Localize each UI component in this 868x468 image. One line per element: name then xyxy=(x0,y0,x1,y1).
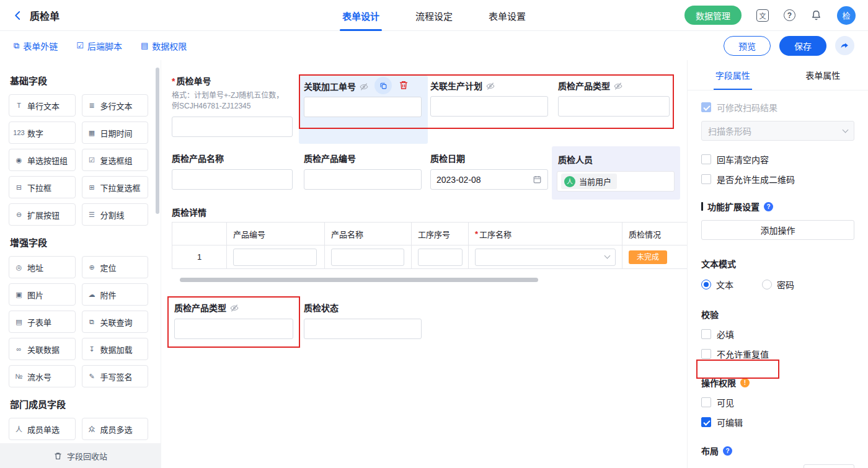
properties-panel: 字段属性 表单属性 可修改扫码结果 扫描条形码 回车清空内容 是 xyxy=(687,60,868,468)
text-mode-radio-group: 文本 密码 xyxy=(701,278,854,291)
help-icon[interactable]: ? xyxy=(723,446,732,456)
field-qc-status[interactable]: 质检状态 xyxy=(304,302,422,339)
cell-product-name-input[interactable] xyxy=(331,249,404,266)
table-horizontal-scrollbar[interactable] xyxy=(180,278,538,282)
radio-password-mode[interactable]: 密码 xyxy=(762,278,794,291)
number-icon: 123 xyxy=(12,129,25,136)
share-button[interactable] xyxy=(835,36,854,55)
field-product-type-top[interactable]: 质检产品类型 xyxy=(558,81,670,117)
palette-item-signature[interactable]: ✎手写签名 xyxy=(82,365,149,387)
field-label: 关联生产计划 xyxy=(430,81,548,92)
palette-item-multi-line-text[interactable]: ≣多行文本 xyxy=(82,94,149,117)
process-name-select[interactable] xyxy=(475,249,616,266)
checkbox-no-duplicate[interactable] xyxy=(701,349,711,359)
help-icon[interactable]: ? xyxy=(764,202,773,211)
palette-item-data-load[interactable]: ↧数据加载 xyxy=(82,338,149,360)
backend-script-link[interactable]: ☑ 后端脚本 xyxy=(76,40,122,52)
field-qc-person[interactable]: 质检人员 人 当前用户 xyxy=(552,146,680,200)
field-product-name[interactable]: 质检产品名称 xyxy=(172,153,293,190)
checkbox-editable[interactable] xyxy=(701,417,711,427)
checkbox-allow-qrcode[interactable] xyxy=(701,174,711,184)
palette-item-serial-number[interactable]: №流水号 xyxy=(9,365,76,387)
field-linked-plan[interactable]: 关联生产计划 xyxy=(430,81,548,117)
checkbox-required[interactable] xyxy=(701,329,711,339)
cell-process-order xyxy=(412,245,469,268)
field-qc-date[interactable]: 质检日期 2023-02-08 xyxy=(430,153,548,190)
palette-item-attachment[interactable]: ☁附件 xyxy=(82,283,149,306)
field-linked-work-order[interactable]: 关联加工单号 xyxy=(299,76,428,144)
palette-item-image[interactable]: ▣图片 xyxy=(9,283,76,306)
product-name-input[interactable] xyxy=(172,169,293,190)
tab-form-properties[interactable]: 表单属性 xyxy=(778,60,868,90)
field-qc-number[interactable]: *质检单号 格式：计划单号+-ZJ随机五位数， 例SCJH46781-ZJ123… xyxy=(172,76,293,152)
palette-item-single-line-text[interactable]: T单行文本 xyxy=(9,94,76,117)
palette-scrollbar[interactable] xyxy=(156,68,159,214)
palette-item-checkbox-group[interactable]: ☑复选框组 xyxy=(82,149,149,171)
product-no-input[interactable] xyxy=(304,169,422,190)
palette-item-extend-button[interactable]: ⊖扩展按钮 xyxy=(9,203,76,226)
checkbox-clear-on-enter[interactable] xyxy=(701,154,711,164)
linked-plan-input[interactable] xyxy=(430,96,548,117)
product-type-top-input[interactable] xyxy=(558,96,670,117)
field-label: 质检产品类型 xyxy=(174,302,293,314)
product-type-bottom-input[interactable] xyxy=(174,319,293,339)
qc-person-input[interactable]: 人 当前用户 xyxy=(557,171,675,192)
tab-form-design[interactable]: 表单设计 xyxy=(342,0,379,31)
palette-item-member-multi[interactable]: 众成员多选 xyxy=(82,418,149,440)
checkbox-label: 不允许重复值 xyxy=(717,348,769,360)
copy-icon xyxy=(379,82,388,90)
palette-item-datetime[interactable]: ▦日期时间 xyxy=(82,121,149,144)
copy-field-button[interactable] xyxy=(374,77,392,94)
tab-form-settings[interactable]: 表单设置 xyxy=(489,0,526,31)
help-icon[interactable]: ? xyxy=(784,9,795,21)
palette-item-divider[interactable]: ☰分割线 xyxy=(82,203,149,226)
palette-item-linked-data[interactable]: ∞关联数据 xyxy=(9,338,76,360)
form-external-link[interactable]: ⧉ 表单外链 xyxy=(14,40,58,52)
field-label: 质检产品编号 xyxy=(304,153,422,164)
qc-number-input[interactable] xyxy=(172,117,293,137)
delete-field-button[interactable] xyxy=(398,79,409,91)
page-title: 质检单 xyxy=(30,8,60,23)
add-action-button[interactable]: 添加操作 xyxy=(701,220,854,240)
cell-qc-status: 未完成 xyxy=(622,245,687,268)
field-recycle-bin[interactable]: 字段回收站 xyxy=(0,443,161,468)
linked-work-order-input[interactable] xyxy=(304,97,422,117)
scan-type-select[interactable]: 扫描条形码 xyxy=(701,121,854,141)
palette-item-label: 关联数据 xyxy=(27,343,60,355)
palette-item-linked-query[interactable]: ⧉关联查询 xyxy=(82,311,149,333)
checkbox-visible[interactable] xyxy=(701,397,711,407)
save-button[interactable]: 保存 xyxy=(779,36,826,56)
palette-item-radio-group[interactable]: ◉单选按钮组 xyxy=(9,149,76,171)
palette-item-label: 下拉框 xyxy=(27,182,51,193)
attachment-icon: ☁ xyxy=(86,291,99,299)
section-title-enhanced-fields: 增强字段 xyxy=(10,236,148,249)
qc-date-input[interactable]: 2023-02-08 xyxy=(430,169,548,190)
palette-item-dropdown[interactable]: ⊟下拉框 xyxy=(9,176,76,198)
tab-flow-settings[interactable]: 流程设定 xyxy=(415,0,453,31)
language-icon[interactable]: 文 xyxy=(756,9,769,22)
radio-icon: ◉ xyxy=(12,156,25,164)
field-product-type-bottom[interactable]: 质检产品类型 xyxy=(174,302,293,339)
palette-item-multi-dropdown[interactable]: ⊞下拉复选框 xyxy=(82,176,149,198)
back-button[interactable] xyxy=(12,10,24,21)
field-product-no[interactable]: 质检产品编号 xyxy=(304,153,422,190)
radio-text-mode[interactable]: 文本 xyxy=(701,278,733,291)
calendar-icon[interactable] xyxy=(533,175,542,184)
tab-field-properties[interactable]: 字段属性 xyxy=(688,60,778,90)
cell-product-no-input[interactable] xyxy=(233,249,317,266)
palette-item-address[interactable]: ◎地址 xyxy=(9,256,76,278)
checkbox-scan-result[interactable] xyxy=(701,102,711,112)
palette-item-member-single[interactable]: 人成员单选 xyxy=(9,418,76,440)
user-avatar[interactable]: 检 xyxy=(837,6,856,25)
field-width-select[interactable]: 1/4 xyxy=(804,464,854,468)
palette-item-location[interactable]: ⊕定位 xyxy=(82,256,149,278)
palette-item-subform[interactable]: ▤子表单 xyxy=(9,311,76,333)
section-title-member-fields: 部门成员字段 xyxy=(10,397,148,410)
qc-status-input[interactable] xyxy=(304,319,422,339)
cell-process-order-input[interactable] xyxy=(418,249,463,266)
palette-item-number[interactable]: 123数字 xyxy=(9,121,76,144)
data-permission-link[interactable]: ▤ 数据权限 xyxy=(141,40,187,52)
notification-bell-icon[interactable] xyxy=(810,9,822,21)
data-manage-button[interactable]: 数据管理 xyxy=(684,6,742,25)
preview-button[interactable]: 预览 xyxy=(724,36,771,56)
